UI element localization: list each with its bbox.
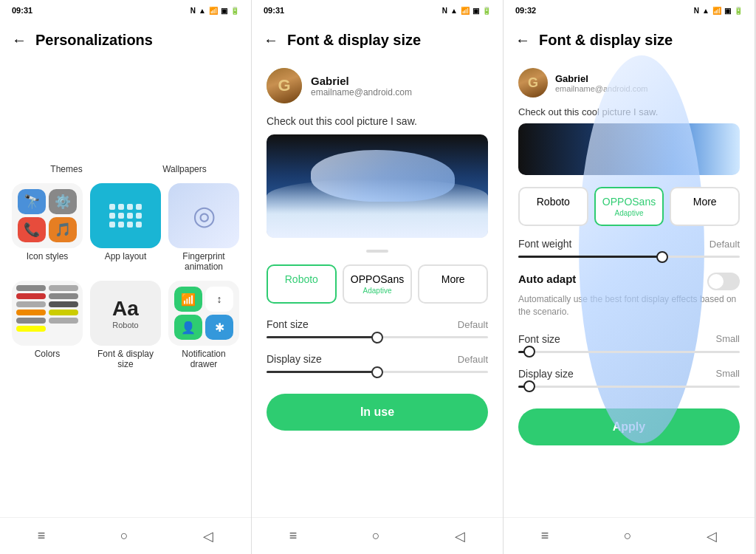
font-btn-oppo-sub-3: Adaptive	[600, 209, 659, 217]
third-row: Colors Aa Roboto Font & displaysize 📶 ↕ …	[12, 281, 239, 369]
icon-styles-item[interactable]: 🔭 ⚙️ 📞 🎵 Icon styles	[12, 183, 83, 272]
font-weight-thumb[interactable]	[656, 251, 668, 263]
back-button-2[interactable]: ←	[264, 32, 278, 49]
icon-cell-4: 🎵	[49, 217, 77, 242]
menu-nav-btn-3[interactable]: ≡	[541, 528, 549, 544]
colors-col-2	[49, 285, 78, 341]
bottom-nav-2: ≡ ○ ◁	[252, 517, 503, 554]
wifi2-icon-2: 📶	[461, 7, 470, 15]
bottom-nav-1: ≡ ○ ◁	[0, 517, 251, 554]
color-line-3	[16, 301, 46, 307]
status-icons-2: N ▲ 📶 ▣ 🔋	[442, 7, 491, 15]
menu-nav-btn-2[interactable]: ≡	[289, 528, 298, 544]
status-icons-1: N ▲ 📶 ▣ 🔋	[190, 7, 239, 15]
colors-item[interactable]: Colors	[12, 281, 83, 369]
auto-adapt-toggle[interactable]	[707, 273, 740, 290]
home-nav-btn-1[interactable]: ○	[120, 528, 128, 544]
scroll-indicator-2	[267, 250, 488, 253]
font-btn-roboto-label-2: Roboto	[285, 273, 318, 285]
fingerprint-card[interactable]: ◎	[168, 183, 239, 248]
colors-card[interactable]	[12, 281, 83, 346]
back-button-1[interactable]: ←	[12, 32, 27, 49]
in-use-button[interactable]: In use	[267, 394, 488, 431]
top-nav-2: ← Font & display size	[252, 21, 503, 59]
icon-cell-3: 📞	[18, 217, 46, 242]
fingerprint-item[interactable]: ◎ Fingerprintanimation	[168, 183, 239, 272]
wifi2-icon-3: 📶	[712, 7, 721, 15]
wifi-icon-3: ▲	[702, 7, 709, 15]
app-layout-item[interactable]: App layout	[90, 183, 161, 272]
second-row: 🔭 ⚙️ 📞 🎵 Icon styles App layout	[12, 183, 239, 272]
display-size-thumb-3[interactable]	[523, 380, 535, 392]
display-size-value-2: Default	[458, 354, 488, 365]
font-btn-roboto-2[interactable]: Roboto	[267, 264, 337, 304]
notification-item[interactable]: 📶 ↕ 👤 ✱ Notificationdrawer	[168, 281, 239, 369]
signal-icon-1: N	[190, 7, 196, 15]
home-nav-btn-3[interactable]: ○	[624, 528, 632, 544]
font-btn-more-3[interactable]: More	[670, 187, 740, 226]
color-line-8	[49, 293, 78, 299]
fingerprint-label: Fingerprintanimation	[182, 251, 224, 272]
font-display-item[interactable]: Aa Roboto Font & displaysize	[90, 281, 161, 369]
battery-icon-1: 🔋	[230, 7, 239, 15]
font-weight-slider[interactable]	[518, 256, 740, 258]
screen-icon-1: ▣	[221, 7, 227, 15]
font-size-slider-2[interactable]	[267, 336, 488, 338]
font-size-section-2: Font size Default	[267, 318, 488, 338]
display-size-label-2: Display size	[267, 353, 322, 365]
font-btn-oppo-3[interactable]: OPPOSans Adaptive	[594, 187, 664, 226]
icon-styles-card[interactable]: 🔭 ⚙️ 📞 🎵	[12, 183, 83, 248]
notif-cell-3: 👤	[174, 315, 202, 340]
display-size-section-2: Display size Default	[267, 353, 488, 373]
colors-col-1	[16, 285, 46, 341]
font-size-fill-2	[267, 336, 377, 338]
app-layout-card[interactable]	[90, 183, 161, 248]
top-nav-3: ← Font & display size	[504, 21, 755, 59]
back-button-3[interactable]: ←	[515, 32, 530, 49]
p3-content: G Gabriel emailname@android.com Check ou…	[504, 59, 755, 517]
p1-content: 0931 Themes Wallpapers	[0, 59, 251, 517]
back-nav-btn-1[interactable]: ◁	[203, 528, 213, 544]
wallpapers-item[interactable]: Wallpapers	[130, 65, 239, 174]
color-line-11	[49, 318, 78, 324]
toggle-knob	[709, 274, 724, 289]
notif-card[interactable]: 📶 ↕ 👤 ✱	[168, 281, 239, 346]
font-btn-roboto-3[interactable]: Roboto	[518, 187, 588, 226]
font-size-thumb-3[interactable]	[523, 346, 535, 358]
back-nav-btn-2[interactable]: ◁	[455, 528, 465, 544]
user-row-2: G Gabriel emailname@android.com	[267, 68, 488, 103]
themes-item[interactable]: 0931 Themes	[12, 65, 121, 174]
status-bar-2: 09:31 N ▲ 📶 ▣ 🔋	[252, 0, 503, 21]
display-size-thumb-2[interactable]	[371, 366, 383, 378]
font-btn-more-2[interactable]: More	[418, 264, 488, 304]
screen-icon-3: ▣	[724, 7, 731, 15]
display-size-slider-3[interactable]	[518, 386, 740, 388]
font-size-thumb-2[interactable]	[371, 332, 383, 343]
font-size-slider-3[interactable]	[518, 351, 740, 353]
panel-font-after: 09:32 N ▲ 📶 ▣ 🔋 ← Font & display size G …	[504, 0, 755, 554]
app-layout-label: App layout	[105, 251, 147, 261]
font-card[interactable]: Aa Roboto	[90, 281, 161, 346]
battery-icon-3: 🔋	[734, 7, 743, 15]
avatar-3: G	[518, 68, 548, 98]
themes-wallpapers-row: 0931 Themes Wallpapers	[12, 65, 239, 174]
status-bar-3: 09:32 N ▲ 📶 ▣ 🔋	[504, 0, 755, 21]
top-nav-1: ← Personalizations	[0, 21, 251, 59]
font-btn-roboto-label-3: Roboto	[537, 196, 570, 208]
bottom-nav-3: ≡ ○ ◁	[504, 517, 755, 554]
display-size-slider-2[interactable]	[267, 371, 488, 373]
home-nav-btn-2[interactable]: ○	[372, 528, 380, 544]
user-email-2: emailname@android.com	[311, 87, 412, 98]
display-size-value-3: Small	[715, 368, 740, 379]
image-3	[518, 123, 740, 175]
status-time-1: 09:31	[12, 6, 32, 15]
auto-adapt-title: Auto adapt	[518, 273, 576, 285]
menu-nav-btn-1[interactable]: ≡	[38, 528, 46, 544]
font-size-value-3: Small	[715, 333, 740, 344]
message-2: Check out this cool picture I saw.	[267, 115, 488, 127]
page-title-2: Font & display size	[287, 32, 421, 49]
back-nav-btn-3[interactable]: ◁	[707, 528, 717, 544]
font-btn-oppo-2[interactable]: OPPOSans Adaptive	[343, 264, 413, 304]
status-bar-1: 09:31 N ▲ 📶 ▣ 🔋	[0, 0, 251, 21]
notification-label: Notificationdrawer	[182, 349, 225, 369]
